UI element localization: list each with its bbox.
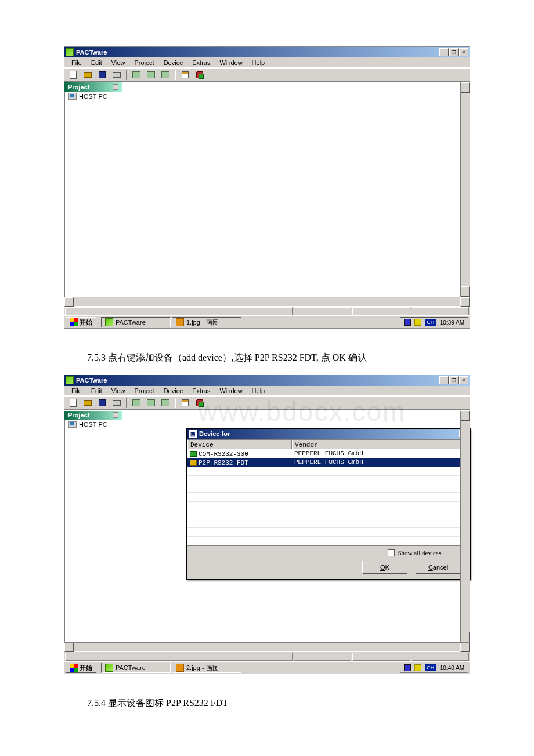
mdi-canvas: www.bdocx.com ▣ Device for ✕ Device Vend… bbox=[122, 411, 470, 642]
screenshot-2: PACTware _ ❐ ✕ File Edit View Project De… bbox=[64, 375, 470, 674]
scroll-left-icon[interactable] bbox=[64, 297, 74, 307]
tb-button-6[interactable] bbox=[145, 69, 157, 81]
project-tree[interactable]: HOST PC bbox=[64, 92, 122, 297]
tb-button-8[interactable] bbox=[179, 69, 192, 81]
tb-button-7[interactable] bbox=[159, 397, 172, 409]
restore-icon[interactable]: ❐ bbox=[449, 376, 459, 384]
project-tree[interactable]: HOST PC bbox=[64, 420, 122, 642]
close-icon[interactable]: ✕ bbox=[459, 48, 468, 56]
save-button[interactable] bbox=[96, 69, 109, 81]
restore-icon[interactable]: ❐ bbox=[449, 48, 459, 56]
tray: CH 10:40 AM bbox=[400, 663, 468, 673]
ime-indicator[interactable]: CH bbox=[425, 319, 436, 326]
print-button[interactable] bbox=[110, 397, 123, 409]
tray: CH 10:39 AM bbox=[400, 317, 468, 327]
tree-item-host-pc[interactable]: HOST PC bbox=[65, 420, 122, 429]
open-button[interactable] bbox=[81, 397, 94, 409]
tray-volume-icon[interactable] bbox=[414, 319, 421, 326]
tb-button-5[interactable] bbox=[130, 69, 143, 81]
menu-extras[interactable]: Extras bbox=[187, 58, 215, 67]
task-pactware[interactable]: PACTware bbox=[101, 317, 171, 327]
menu-view[interactable]: View bbox=[107, 58, 130, 67]
menu-help[interactable]: Help bbox=[247, 386, 270, 395]
titlebar[interactable]: PACTware _ ❐ ✕ bbox=[64, 375, 470, 386]
tray-volume-icon[interactable] bbox=[414, 664, 421, 671]
start-label: 开始 bbox=[80, 664, 92, 672]
print-icon bbox=[113, 72, 121, 78]
dialog-titlebar[interactable]: ▣ Device for ✕ bbox=[187, 429, 470, 439]
tb-button-9[interactable] bbox=[193, 69, 206, 81]
pin-icon[interactable] bbox=[113, 84, 118, 90]
print-button[interactable] bbox=[110, 69, 123, 81]
menu-extras[interactable]: Extras bbox=[187, 386, 215, 395]
menu-device[interactable]: Device bbox=[159, 386, 188, 395]
horizontal-scrollbar[interactable] bbox=[64, 642, 470, 651]
menu-project[interactable]: Project bbox=[129, 58, 158, 67]
open-button[interactable] bbox=[81, 69, 94, 81]
tb-button-8[interactable] bbox=[179, 397, 192, 409]
minimize-icon[interactable]: _ bbox=[439, 376, 449, 384]
menu-window[interactable]: Window bbox=[215, 386, 247, 395]
statusbar bbox=[64, 306, 470, 315]
task-label: PACTware bbox=[116, 319, 146, 326]
scroll-right-icon[interactable] bbox=[460, 297, 470, 307]
catalog-icon bbox=[147, 71, 155, 78]
workspace: Project HOST PC www.bdocx.com ▣ Device bbox=[64, 410, 470, 642]
paint-icon bbox=[176, 664, 184, 672]
menu-edit[interactable]: Edit bbox=[86, 386, 107, 395]
tray-icon[interactable] bbox=[404, 664, 411, 671]
task-label: 2.jpg - 画图 bbox=[186, 664, 219, 672]
menu-window[interactable]: Window bbox=[215, 58, 247, 67]
ime-indicator[interactable]: CH bbox=[425, 664, 436, 671]
col-vendor[interactable]: Vendor bbox=[292, 440, 470, 449]
tb-button-6[interactable] bbox=[145, 397, 157, 409]
clock: 10:40 AM bbox=[440, 665, 464, 671]
task-paint[interactable]: 1.jpg - 画图 bbox=[172, 317, 241, 327]
show-all-checkbox[interactable] bbox=[388, 549, 395, 556]
new-button[interactable] bbox=[67, 397, 80, 409]
task-paint[interactable]: 2.jpg - 画图 bbox=[172, 663, 241, 673]
separator bbox=[126, 70, 127, 80]
start-button[interactable]: 开始 bbox=[66, 317, 96, 327]
menu-view[interactable]: View bbox=[107, 386, 130, 395]
sidebar-title-label: Project bbox=[68, 84, 89, 91]
start-label: 开始 bbox=[80, 318, 92, 327]
dialog-icon: ▣ bbox=[189, 430, 197, 438]
open-icon bbox=[84, 72, 92, 78]
col-device[interactable]: Device bbox=[187, 440, 292, 449]
print-icon bbox=[113, 400, 121, 406]
tb-button-5[interactable] bbox=[130, 397, 143, 409]
ok-button[interactable]: OK bbox=[362, 561, 407, 574]
menu-file[interactable]: File bbox=[67, 386, 86, 395]
cancel-button[interactable]: Cancel bbox=[416, 561, 461, 574]
menu-help[interactable]: Help bbox=[247, 58, 270, 67]
grid-row-com-rs232[interactable]: COM-RS232-300 PEPPERL+FUCHS GmbH bbox=[187, 449, 470, 458]
tray-icon[interactable] bbox=[404, 319, 411, 326]
scroll-left-icon[interactable] bbox=[64, 643, 74, 652]
vertical-scrollbar[interactable] bbox=[460, 411, 470, 642]
list-icon bbox=[182, 399, 189, 406]
separator bbox=[126, 398, 127, 408]
tree-item-host-pc[interactable]: HOST PC bbox=[65, 92, 122, 101]
scroll-right-icon[interactable] bbox=[460, 643, 470, 652]
menu-edit[interactable]: Edit bbox=[86, 58, 107, 67]
tree-item-label: HOST PC bbox=[79, 421, 107, 428]
new-button[interactable] bbox=[67, 69, 80, 81]
horizontal-scrollbar[interactable] bbox=[64, 297, 470, 306]
grid-row-p2p-rs232[interactable]: P2P RS232 FDT PEPPERL+FUCHS GmbH bbox=[187, 458, 470, 467]
vertical-scrollbar[interactable] bbox=[460, 82, 470, 297]
start-button[interactable]: 开始 bbox=[66, 663, 96, 673]
menu-file[interactable]: File bbox=[67, 58, 86, 67]
paint-icon bbox=[176, 318, 184, 326]
tb-button-7[interactable] bbox=[159, 69, 172, 81]
task-pactware[interactable]: PACTware bbox=[101, 663, 171, 673]
menu-device[interactable]: Device bbox=[159, 58, 188, 67]
titlebar[interactable]: PACTware _ ❐ ✕ bbox=[64, 47, 470, 57]
catalog-icon bbox=[147, 399, 155, 406]
minimize-icon[interactable]: _ bbox=[439, 48, 449, 56]
pin-icon[interactable] bbox=[113, 412, 118, 418]
tb-button-9[interactable] bbox=[193, 397, 206, 409]
save-button[interactable] bbox=[96, 397, 109, 409]
menu-project[interactable]: Project bbox=[129, 386, 158, 395]
close-icon[interactable]: ✕ bbox=[459, 376, 468, 384]
